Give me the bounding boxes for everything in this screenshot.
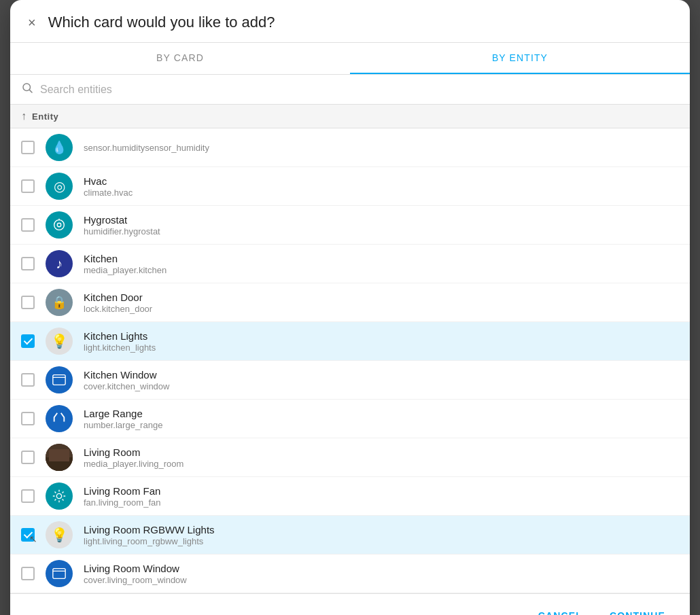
list-item[interactable]: Kitchen Window cover.kitchen_window (10, 361, 690, 400)
checkbox-5[interactable] (21, 334, 35, 348)
entity-info-10: Living Room RGBWW Lights light.living_ro… (84, 524, 215, 546)
entity-id-0: sensor.humiditysensor_humidity (84, 143, 209, 153)
entity-id-7: number.large_range (84, 420, 162, 430)
entity-info-6: Kitchen Window cover.kitchen_window (84, 369, 169, 391)
checkbox-9[interactable] (21, 489, 35, 503)
entity-icon-2 (46, 211, 73, 239)
entity-id-8: media_player.living_room (84, 459, 183, 469)
tab-by-entity[interactable]: BY ENTITY (350, 43, 690, 74)
entity-info-11: Living Room Window cover.living_room_win… (84, 563, 187, 585)
add-card-dialog: × Which card would you like to add? BY C… (10, 0, 690, 615)
entity-id-9: fan.living_room_fan (84, 497, 160, 508)
entity-name-3: Kitchen (84, 253, 167, 264)
svg-point-10 (56, 493, 61, 498)
entity-list-container: ↑ Entity 💧 sensor.humiditysensor_humidit… (10, 105, 690, 593)
entity-id-4: lock.kitchen_door (84, 304, 152, 314)
entity-id-11: cover.living_room_window (84, 575, 187, 585)
svg-rect-9 (49, 449, 69, 461)
checkbox-6[interactable] (21, 373, 35, 387)
entity-id-10: light.living_room_rgbww_lights (84, 536, 215, 546)
checkbox-1[interactable] (21, 179, 35, 193)
dialog-footer: CANCEL CONTINUE (10, 593, 690, 615)
checkbox-3[interactable] (21, 257, 35, 270)
checkbox-10[interactable]: ↖ (21, 528, 35, 542)
entity-id-5: light.kitchen_lights (84, 342, 156, 353)
entity-info-7: Large Range number.large_range (84, 408, 162, 430)
list-item[interactable]: Living Room media_player.living_room (10, 438, 690, 477)
entity-icon-5: 💡 (46, 328, 73, 355)
entity-info-8: Living Room media_player.living_room (84, 446, 183, 469)
entity-icon-3: ♪ (46, 250, 73, 277)
dialog-title: Which card would you like to add? (48, 14, 275, 31)
entity-id-1: climate.hvac (84, 188, 133, 198)
svg-line-16 (63, 499, 64, 501)
entity-name-4: Kitchen Door (84, 292, 152, 303)
entity-icon-7 (46, 405, 73, 432)
entity-icon-1: ◎ (46, 173, 73, 200)
svg-point-3 (57, 223, 61, 227)
list-item[interactable]: 💧 sensor.humiditysensor_humidity (10, 128, 690, 167)
checkbox-11[interactable] (21, 567, 35, 580)
search-icon (21, 82, 33, 97)
entity-name-1: Hvac (84, 175, 133, 187)
entity-icon-8 (46, 444, 73, 471)
svg-rect-19 (53, 569, 65, 579)
svg-line-15 (54, 491, 56, 493)
sort-icon: ↑ (21, 110, 27, 122)
tabs-container: BY CARD BY ENTITY (10, 43, 690, 75)
checkbox-2[interactable] (21, 218, 35, 232)
search-bar (10, 75, 690, 105)
svg-point-2 (54, 220, 65, 230)
entity-info-1: Hvac climate.hvac (84, 175, 133, 198)
list-item[interactable]: Hygrostat humidifier.hygrostat (10, 206, 690, 245)
list-header: ↑ Entity (10, 105, 690, 128)
checkbox-0[interactable] (21, 141, 35, 154)
close-button[interactable]: × (27, 14, 37, 31)
entity-name-7: Large Range (84, 408, 162, 419)
entity-info-2: Hygrostat humidifier.hygrostat (84, 214, 160, 236)
list-item[interactable]: ♪ Kitchen media_player.kitchen (10, 245, 690, 283)
checkbox-7[interactable] (21, 412, 35, 425)
entity-icon-9 (46, 482, 73, 510)
checkbox-4[interactable] (21, 296, 35, 309)
svg-line-18 (63, 491, 64, 493)
entity-name-5: Kitchen Lights (84, 330, 156, 342)
entity-icon-0: 💧 (46, 134, 73, 161)
list-item[interactable]: Living Room Fan fan.living_room_fan (10, 477, 690, 516)
entity-info-9: Living Room Fan fan.living_room_fan (84, 485, 160, 508)
dialog-header: × Which card would you like to add? (10, 0, 690, 43)
entity-icon-10: 💡 (46, 521, 73, 548)
checkbox-8[interactable] (21, 451, 35, 464)
list-item[interactable]: 💡 Kitchen Lights light.kitchen_lights (10, 322, 690, 361)
entity-id-2: humidifier.hygrostat (84, 226, 160, 236)
entity-id-3: media_player.kitchen (84, 265, 167, 275)
tab-by-card[interactable]: BY CARD (10, 43, 350, 74)
list-item[interactable]: Living Room Window cover.living_room_win… (10, 555, 690, 593)
list-item[interactable]: Large Range number.large_range (10, 400, 690, 438)
svg-line-17 (54, 499, 56, 501)
entity-name-6: Kitchen Window (84, 369, 169, 381)
entity-name-10: Living Room RGBWW Lights (84, 524, 215, 535)
svg-rect-5 (53, 375, 65, 385)
entity-column-header: Entity (32, 111, 58, 122)
svg-line-1 (29, 90, 32, 92)
cancel-button[interactable]: CANCEL (530, 605, 591, 615)
entity-icon-4: 🔒 (46, 289, 73, 316)
entity-icon-11 (46, 560, 73, 587)
svg-point-0 (23, 84, 31, 91)
entity-info-4: Kitchen Door lock.kitchen_door (84, 292, 152, 314)
list-item[interactable]: 🔒 Kitchen Door lock.kitchen_door (10, 283, 690, 322)
entity-id-6: cover.kitchen_window (84, 381, 169, 391)
entity-info-0: sensor.humiditysensor_humidity (84, 142, 209, 153)
list-item[interactable]: ↖ 💡 Living Room RGBWW Lights light.livin… (10, 516, 690, 555)
entity-info-3: Kitchen media_player.kitchen (84, 253, 167, 275)
entity-name-11: Living Room Window (84, 563, 187, 574)
search-input[interactable] (40, 84, 679, 96)
entity-info-5: Kitchen Lights light.kitchen_lights (84, 330, 156, 353)
entity-name-2: Hygrostat (84, 214, 160, 226)
entity-name-8: Living Room (84, 446, 183, 458)
entity-icon-6 (46, 366, 73, 393)
continue-button[interactable]: CONTINUE (601, 605, 673, 615)
entity-name-9: Living Room Fan (84, 485, 160, 497)
list-item[interactable]: ◎ Hvac climate.hvac (10, 167, 690, 206)
